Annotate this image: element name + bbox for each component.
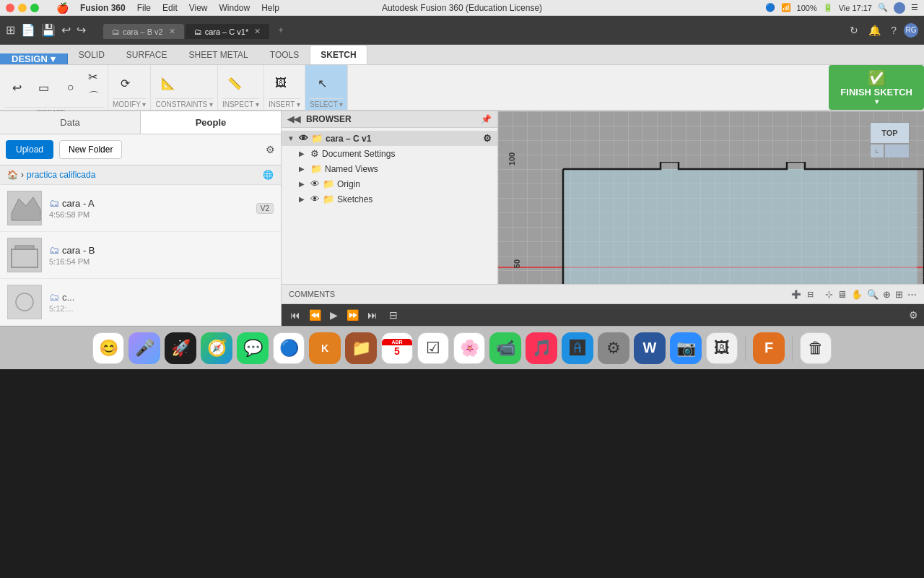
browser-item-sketches[interactable]: ▶ 👁 📁 Sketches (282, 191, 497, 207)
view-zoom-icon[interactable]: 🔍 (867, 289, 879, 300)
refresh-icon[interactable]: ↻ (847, 23, 861, 38)
create-undo-btn[interactable]: ↩ (4, 79, 30, 97)
browser-item-document-settings[interactable]: ▶ ⚙ Document Settings (282, 146, 497, 161)
add-comment-icon[interactable]: ➕ (791, 290, 801, 299)
skip-end-icon[interactable]: ⏭ (365, 308, 380, 322)
tab-sketch[interactable]: SKETCH (310, 45, 367, 64)
dock-siri[interactable]: 🎤 (128, 332, 160, 364)
sketches-visibility-icon[interactable]: 👁 (310, 194, 320, 204)
sketches-expand-icon[interactable]: ▶ (299, 195, 308, 203)
root-collapse-icon[interactable]: ▼ (287, 134, 296, 142)
minimize-button[interactable] (18, 4, 27, 12)
add-tab-btn[interactable]: ＋ (271, 21, 291, 39)
tab-cara-c-close[interactable]: ✕ (254, 27, 261, 36)
dock-launchpad[interactable]: 🚀 (165, 332, 196, 364)
upload-btn[interactable]: Upload (6, 140, 53, 159)
dock-appstore[interactable]: 🅰 (562, 332, 593, 364)
dock-chrome[interactable]: 🔵 (273, 332, 305, 364)
dock-facetime[interactable]: 📹 (489, 332, 521, 364)
maximize-button[interactable] (30, 4, 39, 12)
root-visibility-icon[interactable]: 👁 (299, 133, 308, 144)
design-dropdown-btn[interactable]: DESIGN ▾ (0, 53, 68, 64)
tab-cara-c[interactable]: 🗂 cara – C v1* ✕ (186, 24, 270, 39)
doc-settings-expand-icon[interactable]: ▶ (299, 150, 308, 158)
comments-expand-icon[interactable]: ⊟ (807, 290, 814, 299)
origin-visibility-icon[interactable]: 👁 (310, 178, 320, 189)
finish-sketch-btn[interactable]: ✅ FINISH SKETCH ▾ (829, 65, 924, 110)
redo-icon[interactable]: ↪ (77, 23, 86, 37)
create-rectangle-btn[interactable]: ▭ (31, 79, 56, 97)
constraints-btn[interactable]: 📐 (155, 74, 180, 92)
user-icon[interactable]: RG (904, 23, 918, 38)
dock-trash[interactable]: 🗑 (800, 332, 832, 364)
named-views-expand-icon[interactable]: ▶ (299, 165, 308, 173)
list-item[interactable]: 🗂 c... 5:12:... (0, 279, 281, 326)
dock-preview[interactable]: 🖼 (706, 332, 738, 364)
inspect-btn[interactable]: 📏 (222, 74, 248, 92)
grid-icon[interactable]: ⊞ (6, 23, 15, 37)
view-cube-face-left[interactable]: L (870, 144, 884, 158)
canvas-area[interactable]: 50 100 (498, 111, 924, 284)
tab-cara-b[interactable]: 🗂 cara – B v2 ✕ (103, 24, 184, 39)
dock-safari[interactable]: 🧭 (201, 332, 232, 364)
tab-people[interactable]: People (141, 111, 281, 134)
version-badge[interactable]: V2 (256, 203, 274, 214)
create-circle-btn[interactable]: ○ (58, 79, 83, 96)
browser-collapse-btn[interactable]: ◀◀ (287, 114, 300, 124)
modify-btn[interactable]: ⟳ (113, 74, 138, 92)
dock-folder[interactable]: 📁 (345, 332, 377, 364)
tab-tools[interactable]: TOOLS (259, 45, 310, 64)
apple-menu[interactable]: 🍎 (56, 2, 69, 14)
dock-whatsapp[interactable]: 💬 (237, 332, 269, 364)
undo-icon[interactable]: ↩ (61, 23, 71, 37)
dock-zoom[interactable]: 📷 (670, 332, 702, 364)
tab-surface[interactable]: SURFACE (116, 45, 178, 64)
view-cube[interactable]: TOP L (870, 122, 910, 158)
view-pan-icon[interactable]: ✋ (851, 289, 863, 300)
step-forward-icon[interactable]: ⏩ (344, 308, 362, 322)
root-settings-icon[interactable]: ⚙ (483, 133, 492, 144)
dock-fusion[interactable]: F (753, 332, 785, 364)
notifications-icon[interactable]: 🔔 (866, 23, 884, 38)
tab-sheet-metal[interactable]: SHEET METAL (178, 45, 259, 64)
tab-cara-b-close[interactable]: ✕ (169, 27, 175, 36)
step-back-icon[interactable]: ⏪ (306, 308, 324, 322)
view-grid-icon[interactable]: ⊞ (895, 289, 903, 300)
dock-photos[interactable]: 🌸 (453, 332, 485, 364)
search-icon[interactable]: 🔍 (878, 3, 888, 12)
timeline-settings-icon[interactable]: ⚙ (909, 309, 918, 321)
create-arc-btn[interactable]: ⌒ (84, 87, 103, 107)
settings-icon[interactable]: ⚙ (266, 144, 275, 155)
timeline-icon[interactable]: ⊟ (386, 308, 401, 322)
menu-fusion360[interactable]: Fusion 360 (80, 3, 126, 13)
browser-pin-btn[interactable]: 📌 (481, 114, 492, 124)
breadcrumb-project[interactable]: practica calificada (27, 170, 95, 180)
dock-finder[interactable]: 😊 (92, 332, 124, 364)
dock-itunes[interactable]: 🎵 (526, 332, 557, 364)
origin-expand-icon[interactable]: ▶ (299, 180, 308, 188)
save-icon[interactable]: 💾 (41, 23, 56, 37)
help-icon[interactable]: ? (888, 23, 899, 38)
dock-reminders[interactable]: ☑ (417, 332, 449, 364)
menu-extra-icon[interactable]: ☰ (911, 3, 918, 12)
menu-help[interactable]: Help (261, 3, 279, 13)
user-avatar[interactable] (894, 2, 905, 14)
insert-btn[interactable]: 🖼 (269, 74, 294, 92)
dock-calendar[interactable]: ABR 5 (381, 332, 413, 364)
create-trim-btn[interactable]: ✂ (84, 68, 103, 86)
view-cube-face-front[interactable] (884, 144, 910, 158)
dock-klokki[interactable]: K (309, 332, 341, 364)
menu-edit[interactable]: Edit (162, 3, 178, 13)
list-item[interactable]: 🗂 cara - A 4:56:58 PM V2 (0, 185, 281, 232)
list-item[interactable]: 🗂 cara - B 5:16:54 PM (0, 232, 281, 279)
browser-root-item[interactable]: ▼ 👁 📁 cara – C v1 ⚙ (282, 131, 497, 146)
open-file-icon[interactable]: 📄 (21, 23, 35, 37)
new-folder-btn[interactable]: New Folder (59, 140, 122, 159)
menu-view[interactable]: View (189, 3, 208, 13)
tab-solid[interactable]: SOLID (68, 45, 116, 64)
play-icon[interactable]: ▶ (327, 308, 341, 322)
menu-file[interactable]: File (137, 3, 151, 13)
browser-item-named-views[interactable]: ▶ 📁 Named Views (282, 161, 497, 176)
browser-item-origin[interactable]: ▶ 👁 📁 Origin (282, 176, 497, 191)
select-btn[interactable]: ↖ (310, 74, 335, 92)
